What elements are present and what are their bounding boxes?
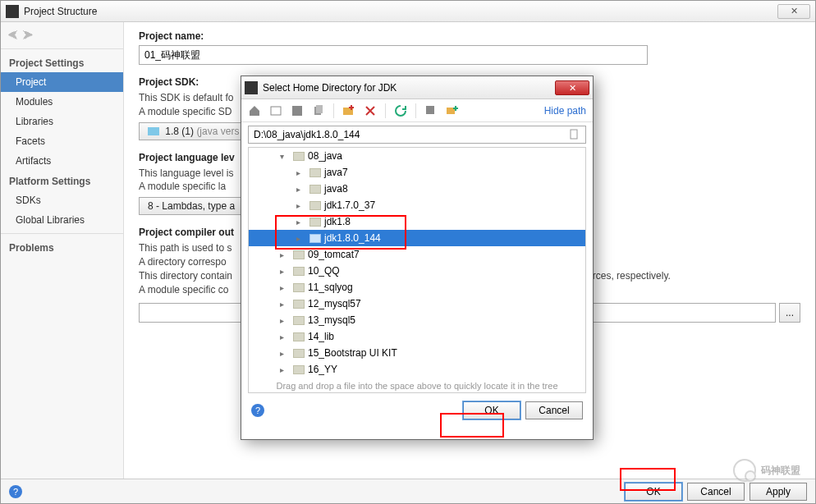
refresh-icon[interactable] [394, 104, 407, 117]
bottom-bar: ? OK Cancel Apply [1, 479, 815, 503]
svg-rect-6 [349, 107, 354, 108]
tree-row[interactable]: ▸jdk1.8.0_144 [249, 230, 585, 246]
tree-row[interactable]: ▸11_sqlyog [249, 279, 585, 296]
tree-row[interactable]: ▾08_java [249, 148, 585, 164]
show-hidden-icon[interactable] [424, 104, 438, 117]
browse-button[interactable]: ... [779, 303, 800, 323]
tree-row[interactable]: ▸jdk1.8 [249, 213, 585, 230]
out-desc-3: This directory contain [139, 270, 232, 282]
tree-row[interactable]: ▸10_QQ [249, 263, 585, 279]
disk-icon[interactable] [291, 104, 304, 117]
dialog-bottom-bar: ? OK Cancel [241, 395, 593, 426]
tree-row[interactable]: ▸09_tomcat7 [249, 246, 585, 263]
folder-icon [293, 267, 305, 276]
sidebar: ⮜ ⮞ Project Settings Project Modules Lib… [1, 22, 124, 479]
folder-icon [293, 365, 305, 374]
home-icon[interactable] [248, 104, 261, 117]
title-bar: Project Structure ✕ [1, 1, 815, 22]
new-folder-icon[interactable] [342, 104, 355, 117]
svg-rect-9 [571, 130, 577, 139]
project-sdk-combo[interactable]: 1.8 (1) (java vers [139, 122, 248, 140]
sidebar-heading-project-settings: Project Settings [1, 53, 123, 72]
dialog-title-bar: Select Home Directory for JDK ✕ [241, 76, 593, 99]
folder-icon [309, 185, 321, 194]
project-icon[interactable] [269, 104, 282, 117]
project-name-input[interactable] [139, 45, 648, 65]
tree-hint: Drag and drop a file into the space abov… [249, 381, 585, 391]
path-input[interactable]: D:\08_java\jdk1.8.0_144 [248, 126, 586, 144]
directory-tree[interactable]: ▾08_java ▸java7▸java8▸jdk1.7.0_37▸jdk1.8… [248, 147, 586, 393]
dialog-title: Select Home Directory for JDK [263, 82, 555, 94]
folder-icon [293, 349, 305, 358]
svg-rect-3 [316, 105, 323, 113]
folder-icon [148, 127, 159, 135]
sidebar-item-project[interactable]: Project [1, 72, 123, 92]
sidebar-item-artifacts[interactable]: Artifacts [1, 151, 123, 171]
svg-rect-7 [426, 106, 434, 114]
folder-icon [293, 250, 305, 259]
tree-row[interactable]: ▸12_mysql57 [249, 296, 585, 312]
sidebar-item-facets[interactable]: Facets [1, 131, 123, 151]
sidebar-heading-platform-settings: Platform Settings [1, 171, 123, 190]
folder-icon [293, 316, 305, 325]
dialog-icon [245, 81, 258, 94]
folder-icon [293, 152, 305, 161]
sidebar-item-sdks[interactable]: SDKs [1, 190, 123, 210]
sidebar-item-global-libraries[interactable]: Global Libraries [1, 210, 123, 230]
cancel-button[interactable]: Cancel [687, 483, 745, 501]
app-icon [6, 5, 19, 18]
apply-button[interactable]: Apply [750, 483, 807, 501]
select-home-directory-dialog: Select Home Directory for JDK ✕ Hide pat… [241, 76, 594, 440]
sidebar-item-modules[interactable]: Modules [1, 92, 123, 112]
folder-icon [293, 283, 305, 292]
folder-icon [293, 332, 305, 341]
out-desc-3b: urces, respectively. [587, 270, 671, 282]
copy-icon[interactable] [312, 104, 325, 117]
nav-arrows[interactable]: ⮜ ⮞ [1, 25, 123, 45]
dialog-help-icon[interactable]: ? [251, 404, 264, 417]
wechat-icon [733, 459, 756, 482]
tree-row[interactable]: ▸java8 [249, 181, 585, 197]
ok-button[interactable]: OK [625, 483, 682, 501]
folder-icon [309, 234, 321, 243]
folder-icon [293, 300, 305, 309]
hide-path-link[interactable]: Hide path [544, 105, 586, 117]
dialog-toolbar: Hide path [241, 99, 593, 122]
tree-row[interactable]: ▸jdk1.7.0_37 [249, 197, 585, 213]
sidebar-heading-problems[interactable]: Problems [1, 237, 123, 257]
lang-level-combo[interactable]: 8 - Lambdas, type a [139, 197, 244, 215]
history-icon[interactable] [569, 129, 580, 140]
add-icon[interactable] [446, 104, 459, 117]
window-title: Project Structure [24, 6, 777, 17]
watermark: 码神联盟 [733, 459, 800, 482]
folder-icon [309, 218, 321, 227]
folder-icon [309, 201, 321, 210]
folder-icon [309, 168, 321, 177]
help-icon[interactable]: ? [9, 485, 22, 498]
tree-row[interactable]: ▸java7 [249, 164, 585, 181]
svg-rect-0 [271, 107, 281, 115]
tree-row[interactable]: ▸15_Bootstrap UI KIT [249, 345, 585, 361]
project-name-label: Project name: [139, 30, 800, 42]
dialog-close-button[interactable]: ✕ [555, 80, 589, 95]
dialog-cancel-button[interactable]: Cancel [525, 401, 583, 419]
dialog-ok-button[interactable]: OK [463, 401, 520, 419]
sidebar-item-libraries[interactable]: Libraries [1, 112, 123, 131]
close-button[interactable]: ✕ [777, 4, 810, 19]
tree-row[interactable]: ▸13_mysql5 [249, 312, 585, 328]
svg-rect-1 [292, 106, 302, 116]
tree-row[interactable]: ▸14_lib [249, 328, 585, 345]
tree-row[interactable]: ▸16_YY [249, 361, 585, 378]
delete-icon[interactable] [364, 104, 377, 117]
